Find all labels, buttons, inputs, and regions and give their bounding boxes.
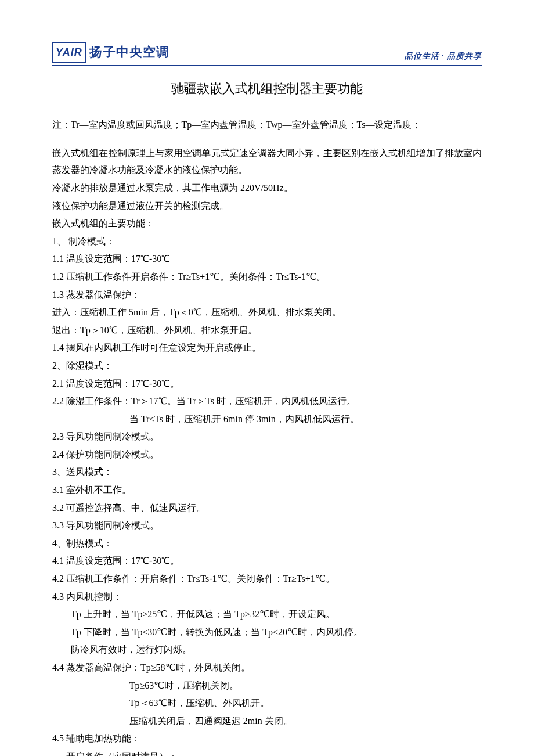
document-page: YAIR 扬子中央空调 品位生活 · 品质共享 驰疆款嵌入式机组控制器主要功能 … [0, 0, 534, 756]
item-3-2: 3.2 可遥控选择高、中、低速风运行。 [52, 499, 482, 517]
document-body: 注：Tr—室内温度或回风温度；Tp—室内盘管温度；Twp—室外盘管温度；Ts—设… [52, 116, 482, 756]
section-4: 4、制热模式： [52, 535, 482, 552]
item-4-4b: Tp≥63℃时，压缩机关闭。 [52, 677, 482, 694]
intro-para-2: 冷凝水的排放是通过水泵完成，其工作电源为 220V/50Hz。 [52, 179, 482, 197]
item-4-4: 4.4 蒸发器高温保护：Tp≥58℃时，外风机关闭。 [52, 659, 482, 676]
logo-group: YAIR 扬子中央空调 [52, 41, 169, 64]
item-2-4: 2.4 保护功能同制冷模式。 [52, 446, 482, 463]
item-4-3b: Tp 下降时，当 Tp≤30℃时，转换为低风速；当 Tp≤20℃时，内风机停。 [52, 624, 482, 641]
item-4-4c: Tp＜63℃时，压缩机、外风机开。 [52, 694, 482, 712]
item-4-3a: Tp 上升时，当 Tp≥25℃，开低风速；当 Tp≥32℃时，开设定风。 [52, 606, 482, 623]
item-2-2: 2.2 除湿工作条件：Tr＞17℃。当 Tr＞Ts 时，压缩机开，内风机低风运行… [52, 393, 482, 410]
note-line: 注：Tr—室内温度或回风温度；Tp—室内盘管温度；Twp—室外盘管温度；Ts—设… [52, 116, 482, 134]
logo-box: YAIR [52, 42, 86, 63]
item-1-2: 1.2 压缩机工作条件开启条件：Tr≥Ts+1℃。关闭条件：Tr≤Ts-1℃。 [52, 268, 482, 286]
page-header: YAIR 扬子中央空调 品位生活 · 品质共享 [52, 41, 482, 66]
item-4-1: 4.1 温度设定范围：17℃-30℃。 [52, 552, 482, 570]
item-3-1: 3.1 室外机不工作。 [52, 481, 482, 499]
item-4-5a: 开启条件（应同时满足）： [52, 748, 482, 756]
section-2: 2、除湿模式： [52, 357, 482, 375]
item-4-4d: 压缩机关闭后，四通阀延迟 2min 关闭。 [52, 712, 482, 730]
item-4-3c: 防冷风有效时，运行灯闪烁。 [52, 641, 482, 658]
item-4-2: 4.2 压缩机工作条件：开启条件：Tr≤Ts-1℃。关闭条件：Tr≥Ts+1℃。 [52, 570, 482, 588]
spacer [52, 134, 482, 145]
intro-para-3: 液位保护功能是通过液位开关的检测完成。 [52, 197, 482, 215]
header-tagline: 品位生活 · 品质共享 [405, 49, 482, 63]
item-1-1: 1.1 温度设定范围：17℃-30℃ [52, 250, 482, 268]
item-3-3: 3.3 导风功能同制冷模式。 [52, 517, 482, 534]
item-1-3b: 退出：Tp＞10℃，压缩机、外风机、排水泵开启。 [52, 322, 482, 339]
item-1-3a: 进入：压缩机工作 5min 后，Tp＜0℃，压缩机、外风机、排水泵关闭。 [52, 304, 482, 321]
document-title: 驰疆款嵌入式机组控制器主要功能 [52, 77, 482, 100]
item-2-3: 2.3 导风功能同制冷模式。 [52, 428, 482, 445]
intro-para-4: 嵌入式机组的主要功能： [52, 215, 482, 232]
intro-para-1: 嵌入式机组在控制原理上与家用空调单元式定速空调器大同小异，主要区别在嵌入式机组增… [52, 145, 482, 179]
item-1-3: 1.3 蒸发器低温保护： [52, 286, 482, 304]
item-4-3: 4.3 内风机控制： [52, 588, 482, 606]
logo-brand-text: 扬子中央空调 [89, 41, 169, 64]
item-4-5: 4.5 辅助电加热功能： [52, 730, 482, 747]
item-1-4: 1.4 摆风在内风机工作时可任意设定为开启或停止。 [52, 339, 482, 357]
item-2-2b: 当 Tr≤Ts 时，压缩机开 6min 停 3min，内风机低风运行。 [52, 411, 482, 428]
item-2-1: 2.1 温度设定范围：17℃-30℃。 [52, 375, 482, 393]
section-3: 3、送风模式： [52, 463, 482, 481]
section-1: 1、 制冷模式： [52, 233, 482, 250]
